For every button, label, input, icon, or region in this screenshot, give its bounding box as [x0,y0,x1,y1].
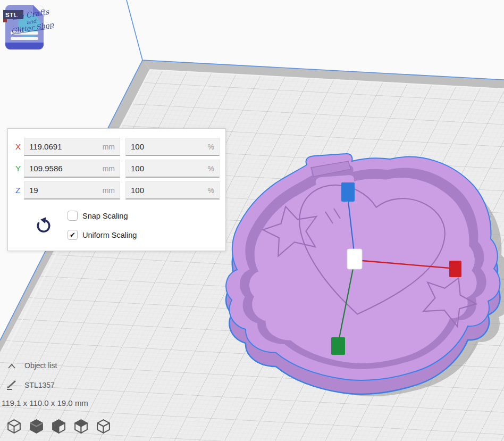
scale-x-percent-value: 100 [131,142,144,151]
scale-handle-z[interactable] [341,182,355,202]
view-right-button[interactable] [96,418,111,435]
percent-unit-label: % [208,143,214,151]
object-list-header[interactable]: Object list [24,361,57,370]
snap-scaling-label: Snap Scaling [82,212,128,220]
view-top-button[interactable] [51,418,66,435]
scale-y-percent-input[interactable]: 100 % [125,160,220,178]
scale-handle-center[interactable] [347,249,362,269]
scale-handle-y[interactable] [331,337,345,355]
scale-y-mm-input[interactable]: 109.9586 mm [24,160,120,178]
mm-unit-label: mm [103,143,115,151]
view-front-button[interactable] [29,418,44,435]
camera-view-toolbar [6,418,111,435]
scale-x-mm-input[interactable]: 119.0691 mm [24,138,120,156]
stl-file-icon: STL the Crafts and Glitter Shop [3,2,61,53]
x-axis-label: X [15,138,24,156]
mm-unit-label: mm [103,164,115,173]
percent-unit-label: % [208,164,214,173]
view-right-cube-icon [96,418,111,435]
view-left-button[interactable] [73,418,89,435]
uniform-scaling-checkbox-box[interactable]: ✔ [68,230,78,240]
model-stl1357[interactable] [226,154,504,396]
scale-z-mm-value: 19 [29,186,38,195]
scale-z-percent-value: 100 [131,186,144,195]
collapse-chevron-icon[interactable] [7,363,17,369]
scale-handle-x[interactable] [449,261,461,277]
z-axis-label: Z [15,181,24,199]
view-top-cube-icon [51,418,66,435]
object-list-item-name[interactable]: STL1357 [24,381,55,389]
scale-y-percent-value: 100 [131,164,144,173]
view-front-cube-icon [29,418,44,435]
mm-unit-label: mm [103,186,115,195]
snap-scaling-checkbox[interactable]: Snap Scaling [68,211,128,221]
view-left-cube-icon [73,418,89,435]
percent-unit-label: % [208,186,214,195]
scale-tool-panel: X 119.0691 mm 100 % Y 109.9586 mm 100 % … [7,128,226,251]
y-axis-label: Y [15,160,24,178]
edit-pencil-icon[interactable] [6,379,19,390]
model-dimensions-readout: 119.1 x 110.0 x 19.0 mm [2,398,88,407]
scale-z-mm-input[interactable]: 19 mm [24,181,120,199]
scale-y-mm-value: 109.9586 [29,164,63,173]
snap-scaling-checkbox-box[interactable] [68,211,78,221]
reset-scale-button[interactable] [32,215,54,238]
application-window: STL the Crafts and Glitter Shop X 119.06… [0,0,504,441]
reset-rotate-icon [34,216,52,236]
scale-x-mm-value: 119.0691 [29,142,62,151]
view-3d-cube-icon [6,418,22,435]
scale-x-percent-input[interactable]: 100 % [125,138,220,156]
scale-z-percent-input[interactable]: 100 % [125,181,220,199]
view-3d-button[interactable] [6,418,22,435]
uniform-scaling-label: Uniform Scaling [82,231,137,239]
uniform-scaling-checkbox[interactable]: ✔ Uniform Scaling [68,230,137,240]
